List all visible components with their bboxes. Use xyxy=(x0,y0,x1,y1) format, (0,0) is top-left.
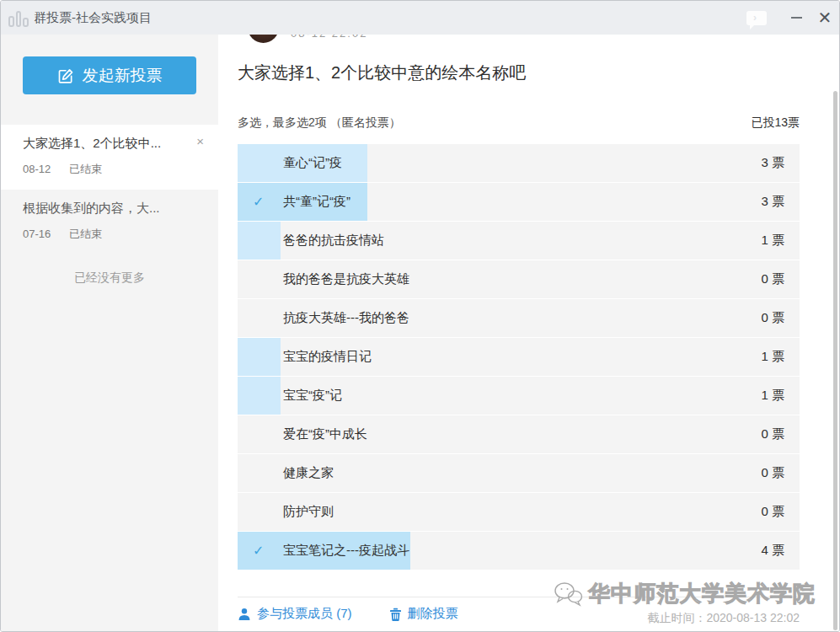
option-vote-count: 0 票 xyxy=(761,310,784,326)
titlebar: 群投票-社会实践项目 › ✕ xyxy=(1,1,839,35)
poll-detail-panel: 08-12 22:02 大家选择1、2个比较中意的绘本名称吧 多选，最多选2项 … xyxy=(218,35,839,631)
option-vote-count: 1 票 xyxy=(761,233,784,249)
compose-icon xyxy=(57,67,74,84)
wechat-icon xyxy=(553,581,583,608)
option-label: 童心“记”疫 xyxy=(283,155,342,171)
poll-option-row[interactable]: ✓我的爸爸是抗疫大英雄0 票 xyxy=(238,260,800,298)
option-label: 宝宝笔记之---疫起战斗 xyxy=(283,543,409,559)
watermark-text: 华中师范大学美术学院 xyxy=(588,579,816,608)
check-icon: ✓ xyxy=(253,532,264,570)
poll-option-row[interactable]: ✓宝宝的疫情日记1 票 xyxy=(238,338,800,376)
sidebar-poll-item[interactable]: 大家选择1、2个比较中...08-12已结束× xyxy=(1,125,218,190)
option-vote-count: 1 票 xyxy=(761,388,784,404)
option-label: 宝宝“疫”记 xyxy=(283,388,342,404)
vote-bar xyxy=(238,377,281,415)
footer-links: 参与投票成员 (7) 删除投票 xyxy=(238,606,458,622)
new-vote-button[interactable]: 发起新投票 xyxy=(23,56,196,94)
trash-icon xyxy=(389,608,402,621)
poll-option-row[interactable]: ✓童心“记”疫3 票 xyxy=(238,144,800,182)
person-icon xyxy=(238,608,251,621)
sidebar-poll-meta: 07-16已结束 xyxy=(23,227,218,242)
option-vote-count: 3 票 xyxy=(761,155,784,171)
sidebar-poll-title: 大家选择1、2个比较中... xyxy=(23,136,218,152)
option-vote-count: 0 票 xyxy=(761,465,784,481)
delete-poll-link[interactable]: 删除投票 xyxy=(389,606,458,622)
poll-option-row[interactable]: ✓宝宝笔记之---疫起战斗4 票 xyxy=(238,532,800,570)
minimize-button[interactable] xyxy=(782,1,811,35)
sidebar-poll-status: 已结束 xyxy=(69,163,102,175)
poll-option-row[interactable]: ✓健康之家0 票 xyxy=(238,454,800,492)
sidebar-poll-item[interactable]: 根据收集到的内容，大...07-16已结束 xyxy=(1,190,218,254)
scrollbar-thumb[interactable] xyxy=(833,91,837,630)
creator-avatar xyxy=(248,35,279,43)
option-vote-count: 0 票 xyxy=(761,426,784,442)
poll-option-row[interactable]: ✓防护守则0 票 xyxy=(238,493,800,531)
poll-option-row[interactable]: ✓宝宝“疫”记1 票 xyxy=(238,377,800,415)
deadline-text: 截止时间：2020-08-13 22:02 xyxy=(647,611,800,626)
sidebar-poll-date: 07-16 xyxy=(23,228,51,240)
option-label: 我的爸爸是抗疫大英雄 xyxy=(283,271,409,287)
poll-option-row[interactable]: ✓抗疫大英雄---我的爸爸0 票 xyxy=(238,299,800,337)
option-label: 防护守则 xyxy=(283,504,334,520)
sidebar: 发起新投票 大家选择1、2个比较中...08-12已结束×根据收集到的内容，大.… xyxy=(1,35,218,631)
option-vote-count: 3 票 xyxy=(761,194,784,210)
poll-history-list: 大家选择1、2个比较中...08-12已结束×根据收集到的内容，大...07-1… xyxy=(1,125,218,254)
poll-meta-row: 多选，最多选2项 （匿名投票） 已投13票 xyxy=(238,115,800,131)
option-vote-count: 0 票 xyxy=(761,271,784,287)
vote-bar xyxy=(238,338,281,376)
option-label: 健康之家 xyxy=(283,465,334,481)
creator-timestamp-partial: 08-12 22:02 xyxy=(291,35,367,40)
minimize-icon xyxy=(791,17,802,19)
check-icon: ✓ xyxy=(253,183,264,221)
app-window: 群投票-社会实践项目 › ✕ 发起新投票 大家选择1、2个比较中...08-12… xyxy=(0,0,840,632)
sidebar-poll-meta: 08-12已结束 xyxy=(23,162,218,177)
feedback-chat-icon[interactable]: › xyxy=(746,11,767,25)
footer-divider xyxy=(238,597,800,597)
delete-poll-label: 删除投票 xyxy=(408,606,458,622)
vote-bar xyxy=(238,222,281,260)
new-vote-button-label: 发起新投票 xyxy=(83,65,163,87)
option-label: 爸爸的抗击疫情站 xyxy=(283,233,384,249)
poll-option-row[interactable]: ✓爱在“疫”中成长0 票 xyxy=(238,415,800,453)
app-bar-chart-icon xyxy=(8,8,29,27)
sidebar-poll-title: 根据收集到的内容，大... xyxy=(23,201,218,217)
sidebar-poll-date: 08-12 xyxy=(23,163,51,175)
option-label: 爱在“疫”中成长 xyxy=(283,426,367,442)
option-vote-count: 4 票 xyxy=(761,543,784,559)
watermark: 华中师范大学美术学院 xyxy=(553,579,816,608)
option-label: 共“童”记“疫” xyxy=(283,194,350,210)
option-label: 宝宝的疫情日记 xyxy=(283,349,372,365)
option-label: 抗疫大英雄---我的爸爸 xyxy=(283,310,409,326)
members-link-label: 参与投票成员 (7) xyxy=(257,606,352,622)
option-vote-count: 1 票 xyxy=(761,349,784,365)
no-more-text: 已经没有更多 xyxy=(1,270,218,286)
option-vote-count: 0 票 xyxy=(761,504,784,520)
close-icon: ✕ xyxy=(818,9,832,26)
poll-option-row[interactable]: ✓爸爸的抗击疫情站1 票 xyxy=(238,222,800,260)
poll-title: 大家选择1、2个比较中意的绘本名称吧 xyxy=(238,62,526,84)
poll-total-votes: 已投13票 xyxy=(751,115,800,131)
close-button[interactable]: ✕ xyxy=(811,1,839,35)
sidebar-poll-close-icon[interactable]: × xyxy=(196,135,204,147)
members-link[interactable]: 参与投票成员 (7) xyxy=(238,606,352,622)
window-title: 群投票-社会实践项目 xyxy=(34,10,152,26)
poll-options-list: ✓童心“记”疫3 票✓共“童”记“疫”3 票✓爸爸的抗击疫情站1 票✓我的爸爸是… xyxy=(238,144,800,570)
poll-option-row[interactable]: ✓共“童”记“疫”3 票 xyxy=(238,183,800,221)
sidebar-poll-status: 已结束 xyxy=(69,228,102,240)
poll-rule-text: 多选，最多选2项 （匿名投票） xyxy=(238,115,401,131)
